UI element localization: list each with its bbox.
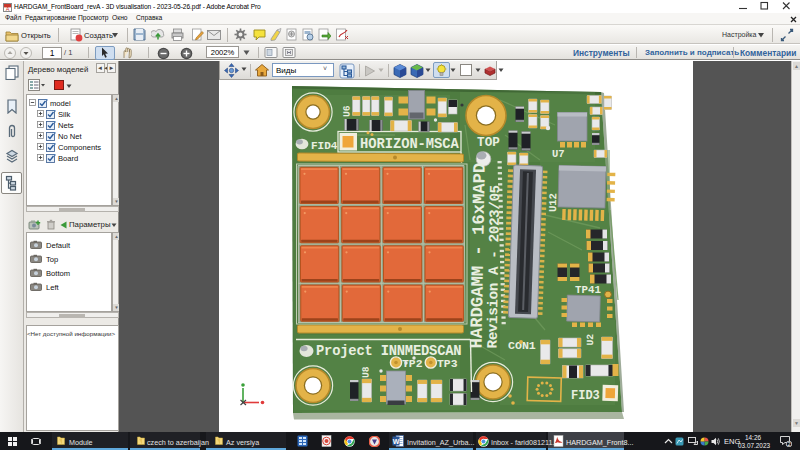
svg-text:A: A xyxy=(5,6,9,12)
svg-text:TOP: TOP xyxy=(477,136,500,150)
svg-text:FID3: FID3 xyxy=(571,389,600,403)
svg-text:U7: U7 xyxy=(552,148,565,160)
svg-text:W: W xyxy=(393,438,400,445)
svg-text:2: 2 xyxy=(787,441,790,447)
svg-text:TP41: TP41 xyxy=(575,284,601,296)
svg-text:TP3: TP3 xyxy=(437,358,458,370)
svg-text:Project INNMEDSCAN: Project INNMEDSCAN xyxy=(316,344,461,359)
svg-text:HORIZON-MSCA: HORIZON-MSCA xyxy=(360,137,460,152)
svg-text:U12: U12 xyxy=(547,193,559,212)
svg-text:U8: U8 xyxy=(361,366,372,378)
svg-text:U6: U6 xyxy=(342,105,353,117)
svg-text:FID4: FID4 xyxy=(311,140,338,152)
svg-text:U2: U2 xyxy=(585,334,596,346)
